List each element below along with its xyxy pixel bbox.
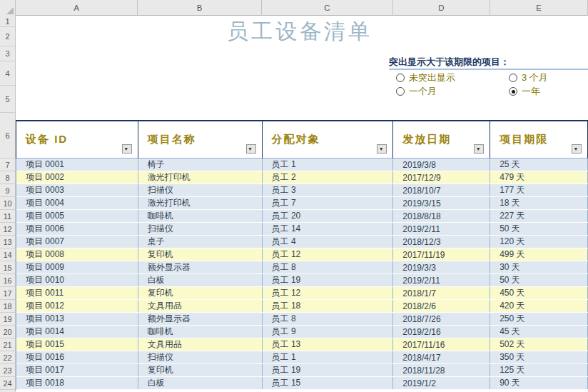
cell-device-id[interactable]: 项目 0005 (16, 210, 138, 222)
cell-issue-date[interactable]: 2018/1/7 (393, 287, 490, 299)
cell-device-id[interactable]: 项目 0007 (16, 236, 138, 248)
cell-item-name[interactable]: 扫描仪 (138, 351, 263, 363)
cell-issue-date[interactable]: 2018/8/18 (393, 210, 490, 222)
cell-item-name[interactable]: 额外显示器 (138, 313, 263, 325)
cell-device-id[interactable]: 项目 0016 (16, 351, 138, 363)
cell-assignee[interactable]: 员工 1 (263, 159, 394, 171)
row-number-22[interactable]: 22 (0, 351, 15, 364)
header-issue-date[interactable]: 发放日期 ▼ (393, 121, 490, 159)
cell-issue-date[interactable]: 2019/3/8 (393, 159, 490, 171)
cell-device-id[interactable]: 项目 0012 (16, 300, 138, 312)
radio-one-year[interactable]: 一年 (509, 85, 540, 98)
cell-item-name[interactable]: 白板 (138, 274, 263, 286)
cell-assignee[interactable]: 员工 4 (263, 236, 394, 248)
cell-issue-date[interactable]: 2018/2/6 (393, 300, 490, 312)
cell-device-id[interactable]: 项目 0001 (16, 159, 138, 171)
row-number-5[interactable]: 5 (0, 86, 15, 113)
cell-item-name[interactable]: 激光打印机 (138, 171, 263, 184)
row-number-19[interactable]: 19 (0, 313, 15, 326)
row-number-3[interactable]: 3 (0, 46, 15, 61)
cell-issue-date[interactable]: 2018/12/3 (393, 236, 490, 248)
select-all-corner[interactable] (0, 0, 16, 16)
cell-assignee[interactable]: 员工 9 (263, 326, 394, 338)
cell-device-id[interactable]: 项目 0018 (16, 377, 138, 389)
cell-device-id[interactable]: 项目 0003 (16, 184, 138, 196)
column-letter-B[interactable]: B (138, 0, 262, 16)
filter-dropdown-button[interactable]: ▼ (122, 144, 132, 154)
cell-issue-date[interactable]: 2018/11/28 (393, 364, 490, 376)
cell-assignee[interactable]: 员工 19 (263, 274, 394, 286)
radio-three-months[interactable]: 3 个月 (509, 71, 548, 84)
filter-dropdown-button[interactable]: ▼ (572, 144, 582, 154)
row-number-15[interactable]: 15 (0, 261, 15, 274)
header-device-id[interactable]: 设备 ID ▼ (16, 121, 138, 159)
cell-assignee[interactable]: 员工 12 (263, 287, 394, 299)
cell-assignee[interactable]: 员工 2 (263, 171, 394, 184)
cell-duration[interactable]: 50 天 (490, 274, 588, 286)
row-number-24[interactable]: 24 (0, 377, 15, 390)
cell-issue-date[interactable]: 2019/3/3 (393, 261, 490, 273)
cell-assignee[interactable]: 员工 20 (263, 210, 394, 222)
cell-duration[interactable]: 420 天 (490, 300, 588, 312)
row-number-17[interactable]: 17 (0, 287, 15, 300)
cell-device-id[interactable]: 项目 0009 (16, 261, 138, 273)
cell-issue-date[interactable]: 2018/4/17 (393, 351, 490, 363)
row-number-18[interactable]: 18 (0, 300, 15, 313)
row-number-23[interactable]: 23 (0, 364, 15, 377)
cell-assignee[interactable]: 员工 19 (263, 364, 394, 376)
row-number-13[interactable]: 13 (0, 236, 15, 248)
row-number-14[interactable]: 14 (0, 248, 15, 261)
column-letter-E[interactable]: E (490, 0, 588, 16)
cell-duration[interactable]: 499 天 (490, 248, 588, 261)
column-letter-A[interactable]: A (16, 0, 138, 16)
cell-assignee[interactable]: 员工 15 (263, 377, 394, 389)
cell-item-name[interactable]: 文具用品 (138, 338, 263, 351)
cell-device-id[interactable]: 项目 0011 (16, 287, 138, 299)
cell-item-name[interactable]: 复印机 (138, 364, 263, 376)
row-number-21[interactable]: 21 (0, 338, 15, 351)
cell-device-id[interactable]: 项目 0013 (16, 313, 138, 325)
cell-duration[interactable]: 250 天 (490, 313, 588, 325)
cell-duration[interactable]: 350 天 (490, 351, 588, 363)
cell-assignee[interactable]: 员工 13 (263, 338, 394, 351)
row-number-1[interactable]: 1 (0, 16, 15, 27)
filter-dropdown-button[interactable]: ▼ (377, 144, 387, 154)
cell-item-name[interactable]: 复印机 (138, 287, 263, 299)
cell-item-name[interactable]: 椅子 (138, 159, 263, 171)
cell-device-id[interactable]: 项目 0014 (16, 326, 138, 338)
cell-item-name[interactable]: 咖啡机 (138, 326, 263, 338)
header-duration[interactable]: 项目期限 ▼ (490, 121, 588, 159)
row-number-9[interactable]: 9 (0, 184, 15, 197)
row-number-7[interactable]: 7 (0, 159, 15, 171)
cell-item-name[interactable]: 桌子 (138, 236, 263, 248)
row-number-20[interactable]: 20 (0, 326, 15, 338)
cell-device-id[interactable]: 项目 0002 (16, 171, 138, 184)
row-number-2[interactable]: 2 (0, 27, 15, 46)
cell-duration[interactable]: 177 天 (490, 184, 588, 196)
cell-duration[interactable]: 450 天 (490, 287, 588, 299)
row-number-11[interactable]: 11 (0, 210, 15, 223)
cell-assignee[interactable]: 员工 7 (263, 197, 394, 209)
radio-no-highlight[interactable]: 未突出显示 (396, 71, 455, 84)
cell-duration[interactable]: 120 天 (490, 236, 588, 248)
cell-item-name[interactable]: 额外显示器 (138, 261, 263, 273)
filter-dropdown-button[interactable]: ▼ (246, 144, 256, 154)
cell-device-id[interactable]: 项目 0006 (16, 223, 138, 235)
filter-dropdown-button[interactable]: ▼ (474, 144, 484, 154)
cell-item-name[interactable]: 激光打印机 (138, 197, 263, 209)
header-assignee[interactable]: 分配对象 ▼ (263, 121, 394, 159)
cell-issue-date[interactable]: 2019/2/11 (393, 274, 490, 286)
cell-item-name[interactable]: 咖啡机 (138, 210, 263, 222)
cell-issue-date[interactable]: 2019/3/15 (393, 197, 490, 209)
cell-item-name[interactable]: 白板 (138, 377, 263, 389)
cell-duration[interactable]: 45 天 (490, 326, 588, 338)
cell-device-id[interactable]: 项目 0015 (16, 338, 138, 351)
row-number-12[interactable]: 12 (0, 223, 15, 236)
row-number-6[interactable]: 6 (0, 113, 15, 159)
cell-device-id[interactable]: 项目 0008 (16, 248, 138, 261)
cell-issue-date[interactable]: 2019/2/16 (393, 326, 490, 338)
cell-duration[interactable]: 25 天 (490, 159, 588, 171)
cell-assignee[interactable]: 员工 8 (263, 313, 394, 325)
cell-issue-date[interactable]: 2017/11/19 (393, 248, 490, 261)
cell-item-name[interactable]: 文具用品 (138, 300, 263, 312)
